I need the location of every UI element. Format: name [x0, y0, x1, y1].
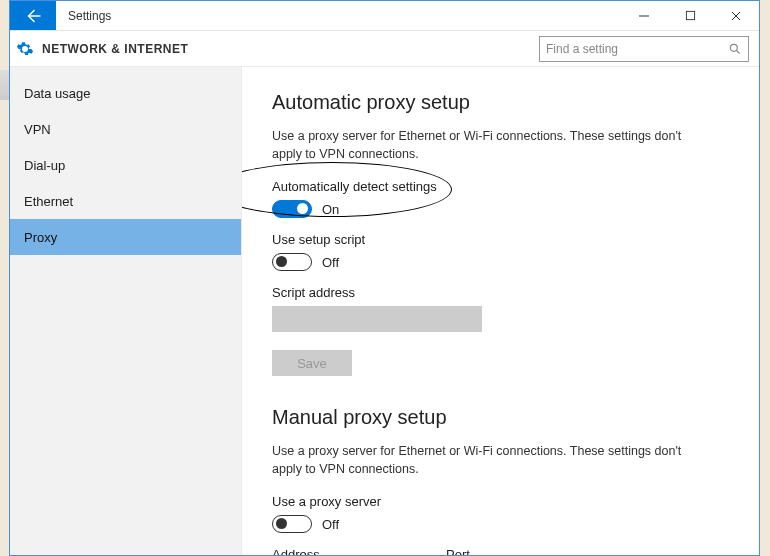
save-button[interactable]: Save: [272, 350, 352, 376]
settings-window: Settings NETWORK & INTERNET Data usage V…: [9, 0, 760, 556]
search-icon: [728, 42, 742, 56]
maximize-button[interactable]: [667, 1, 713, 30]
content-pane: Automatic proxy setup Use a proxy server…: [242, 67, 759, 555]
setup-script-label: Use setup script: [272, 232, 729, 247]
manual-port-label: Port: [446, 547, 546, 555]
body: Data usage VPN Dial-up Ethernet Proxy Au…: [10, 67, 759, 555]
search-input[interactable]: [546, 42, 728, 56]
setup-script-state: Off: [322, 255, 339, 270]
toggle-knob: [276, 256, 287, 267]
search-box[interactable]: [539, 36, 749, 62]
titlebar-spacer: [123, 1, 621, 30]
gear-icon: [16, 40, 34, 58]
sidebar-item-dial-up[interactable]: Dial-up: [10, 147, 241, 183]
sidebar-item-vpn[interactable]: VPN: [10, 111, 241, 147]
sidebar-item-label: Data usage: [24, 86, 91, 101]
sidebar-item-ethernet[interactable]: Ethernet: [10, 183, 241, 219]
manual-description: Use a proxy server for Ethernet or Wi-Fi…: [272, 443, 682, 478]
sidebar-item-proxy[interactable]: Proxy: [10, 219, 241, 255]
script-address-label: Script address: [272, 285, 729, 300]
auto-heading: Automatic proxy setup: [272, 91, 729, 114]
manual-address-label: Address: [272, 547, 422, 555]
auto-detect-toggle[interactable]: [272, 200, 312, 218]
manual-heading: Manual proxy setup: [272, 406, 729, 429]
auto-detect-state: On: [322, 202, 339, 217]
sidebar-item-label: Dial-up: [24, 158, 65, 173]
sidebar-item-label: Proxy: [24, 230, 57, 245]
svg-point-1: [730, 44, 737, 51]
toggle-knob: [297, 203, 308, 214]
use-proxy-toggle[interactable]: [272, 515, 312, 533]
close-icon: [730, 10, 742, 22]
toggle-knob: [276, 518, 287, 529]
script-address-input[interactable]: [272, 306, 482, 332]
use-proxy-state: Off: [322, 517, 339, 532]
background-fragment: [0, 70, 9, 100]
auto-detect-label: Automatically detect settings: [272, 179, 729, 194]
auto-description: Use a proxy server for Ethernet or Wi-Fi…: [272, 128, 682, 163]
titlebar: Settings: [10, 1, 759, 31]
use-proxy-label: Use a proxy server: [272, 494, 729, 509]
setup-script-toggle[interactable]: [272, 253, 312, 271]
maximize-icon: [685, 10, 696, 21]
window-title: Settings: [56, 1, 123, 30]
close-button[interactable]: [713, 1, 759, 30]
sidebar-item-label: VPN: [24, 122, 51, 137]
sidebar: Data usage VPN Dial-up Ethernet Proxy: [10, 67, 242, 555]
svg-rect-0: [686, 11, 694, 19]
arrow-left-icon: [24, 7, 42, 25]
minimize-icon: [638, 10, 650, 22]
header-row: NETWORK & INTERNET: [10, 31, 759, 67]
sidebar-item-label: Ethernet: [24, 194, 73, 209]
section-title: NETWORK & INTERNET: [42, 42, 188, 56]
back-button[interactable]: [10, 1, 56, 30]
sidebar-item-data-usage[interactable]: Data usage: [10, 75, 241, 111]
minimize-button[interactable]: [621, 1, 667, 30]
